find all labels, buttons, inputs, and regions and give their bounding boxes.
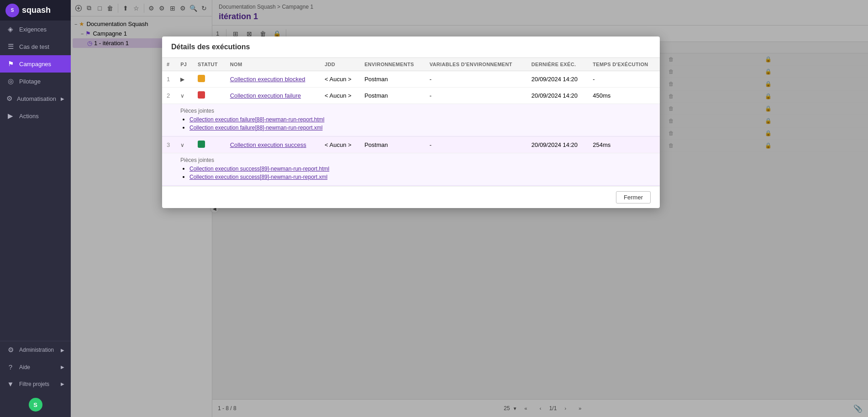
pilotage-icon: ◎ xyxy=(6,77,15,85)
exec-row-3: 3 ∨ Collection execution success xyxy=(162,137,660,153)
pj-link-success-xml[interactable]: Collection execution success[89]-newman-… xyxy=(189,174,327,180)
administration-icon: ⚙ xyxy=(6,346,15,354)
row3-status xyxy=(193,137,226,153)
pj-link-failure-html[interactable]: Collection execution failure[88]-newman-… xyxy=(189,116,324,123)
modal-backdrop: Détails des exécutions # PJ STATUT NOM J… xyxy=(71,0,868,417)
status-red-dot xyxy=(198,91,205,99)
sidebar-nav: ◈ Exigences ☰ Cas de test ⚑ Campagnes ◎ … xyxy=(0,21,71,341)
modal-body: # PJ STATUT NOM JDD ENVIRONNEMENTS VARIA… xyxy=(162,58,660,186)
automatisation-label: Automatisation xyxy=(17,95,56,102)
exec-row-2: 2 ∨ Collection execution failure xyxy=(162,88,660,104)
row3-jdd: < Aucun > xyxy=(320,137,360,153)
sidebar-logo: S squash xyxy=(0,0,71,21)
row2-env: Postman xyxy=(360,88,425,104)
row2-jdd: < Aucun > xyxy=(320,88,360,104)
filtre-label: Filtre projets xyxy=(19,381,49,387)
sidebar-item-campagnes[interactable]: ⚑ Campagnes xyxy=(0,55,71,73)
row1-time: - xyxy=(588,71,660,88)
th-var-env: VARIABLES D'ENVIRONNEMENT xyxy=(425,58,527,71)
filtre-arrow-icon: ▶ xyxy=(61,381,64,386)
expand-right-icon[interactable]: ▶ xyxy=(180,76,184,83)
sidebar-item-automatisation[interactable]: ⚙ Automatisation ▶ xyxy=(0,90,71,107)
exec-name-link-2[interactable]: Collection execution failure xyxy=(230,92,301,99)
row2-var: - xyxy=(425,88,527,104)
sidebar-item-actions[interactable]: ▶ Actions xyxy=(0,107,71,125)
th-last-exec: DERNIÈRE EXÉC. xyxy=(527,58,588,71)
user-avatar[interactable]: S xyxy=(29,398,42,412)
sidebar-item-administration[interactable]: ⚙ Administration ▶ xyxy=(0,341,71,359)
pj-link-success-html[interactable]: Collection execution success[89]-newman-… xyxy=(189,166,329,172)
row1-status xyxy=(193,71,226,88)
actions-label: Actions xyxy=(19,113,39,120)
row3-name: Collection execution success xyxy=(226,137,320,153)
row2-status xyxy=(193,88,226,104)
administration-arrow-icon: ▶ xyxy=(61,348,64,353)
campagnes-label: Campagnes xyxy=(19,61,51,68)
sidebar-item-exigences[interactable]: ◈ Exigences xyxy=(0,21,71,38)
row1-var: - xyxy=(425,71,527,88)
administration-label: Administration xyxy=(19,347,54,353)
th-num: # xyxy=(162,58,176,71)
row3-time: 254ms xyxy=(588,137,660,153)
row1-jdd: < Aucun > xyxy=(320,71,360,88)
automatisation-arrow-icon: ▶ xyxy=(61,96,64,101)
automatisation-icon: ⚙ xyxy=(6,94,12,103)
main-area: ⧉ □ 🗑 ⬆ ☆ ⚙ ⚙ ⊞ ⚙ 🔍 ↻ − ★ Documentation xyxy=(71,0,868,417)
pilotage-label: Pilotage xyxy=(19,78,41,85)
exigences-icon: ◈ xyxy=(6,25,15,33)
exec-name-link-3[interactable]: Collection execution success xyxy=(230,141,306,148)
row1-last: 20/09/2024 14:20 xyxy=(527,71,588,88)
row2-name: Collection execution failure xyxy=(226,88,320,104)
cas-de-test-icon: ☰ xyxy=(6,42,15,51)
execution-details-modal: Détails des exécutions # PJ STATUT NOM J… xyxy=(162,36,660,208)
row2-time: 450ms xyxy=(588,88,660,104)
user-avatar-area: S xyxy=(0,392,71,417)
th-time: TEMPS D'EXÉCUTION xyxy=(588,58,660,71)
aide-icon: ? xyxy=(6,363,15,371)
pieces-jointes-success: Pièces jointes Collection execution succ… xyxy=(162,153,660,186)
modal-footer: Fermer xyxy=(162,186,660,208)
list-item: Collection execution success[89]-newman-… xyxy=(189,165,654,172)
campagnes-icon: ⚑ xyxy=(6,60,15,68)
row2-last: 20/09/2024 14:20 xyxy=(527,88,588,104)
list-item: Collection execution success[89]-newman-… xyxy=(189,173,654,180)
expand-down-icon-2[interactable]: ∨ xyxy=(180,93,184,99)
sidebar-item-aide[interactable]: ? Aide ▶ xyxy=(0,359,71,375)
aide-label: Aide xyxy=(19,364,30,370)
sidebar-item-filtre-projets[interactable]: ▼ Filtre projets ▶ xyxy=(0,375,71,392)
exec-name-link-1[interactable]: Collection execution blocked xyxy=(230,76,305,83)
modal-header: Détails des exécutions xyxy=(162,36,660,58)
row3-var: - xyxy=(425,137,527,153)
row1-name: Collection execution blocked xyxy=(226,71,320,88)
expand-down-icon-3[interactable]: ∨ xyxy=(180,142,184,148)
sidebar-item-pilotage[interactable]: ◎ Pilotage xyxy=(0,73,71,90)
th-pj: PJ xyxy=(176,58,193,71)
logo-text: squash xyxy=(22,5,51,15)
sidebar-bottom: ⚙ Administration ▶ ? Aide ▶ ▼ Filtre pro… xyxy=(0,341,71,417)
pj-list-failure: Collection execution failure[88]-newman-… xyxy=(180,116,654,131)
sidebar: S squash ◈ Exigences ☰ Cas de test ⚑ Cam… xyxy=(0,0,71,417)
row1-env: Postman xyxy=(360,71,425,88)
logo-icon: S xyxy=(5,4,19,17)
status-orange-dot xyxy=(198,75,205,82)
fermer-button[interactable]: Fermer xyxy=(616,191,651,203)
pieces-jointes-failure: Pièces jointes Collection execution fail… xyxy=(162,104,660,136)
pj-list-success: Collection execution success[89]-newman-… xyxy=(180,165,654,180)
filtre-icon: ▼ xyxy=(6,380,15,388)
th-env: ENVIRONNEMENTS xyxy=(360,58,425,71)
pj-title-2: Pièces jointes xyxy=(180,157,654,163)
row3-num: 3 xyxy=(162,137,176,153)
sidebar-item-cas-de-test[interactable]: ☰ Cas de test xyxy=(0,38,71,55)
th-nom: NOM xyxy=(226,58,320,71)
pj-link-failure-xml[interactable]: Collection execution failure[88]-newman-… xyxy=(189,125,322,131)
exec-table: # PJ STATUT NOM JDD ENVIRONNEMENTS VARIA… xyxy=(162,58,660,186)
actions-icon: ▶ xyxy=(6,112,15,120)
cas-de-test-label: Cas de test xyxy=(19,43,49,50)
aide-arrow-icon: ▶ xyxy=(61,365,64,370)
list-item: Collection execution failure[88]-newman-… xyxy=(189,124,654,131)
row2-num: 2 xyxy=(162,88,176,104)
status-green-dot xyxy=(198,141,205,148)
exec-row-2-attachments: Pièces jointes Collection execution fail… xyxy=(162,104,660,137)
exec-row-3-attachments: Pièces jointes Collection execution succ… xyxy=(162,153,660,186)
exec-row-1: 1 ▶ Collection execution blocked xyxy=(162,71,660,88)
